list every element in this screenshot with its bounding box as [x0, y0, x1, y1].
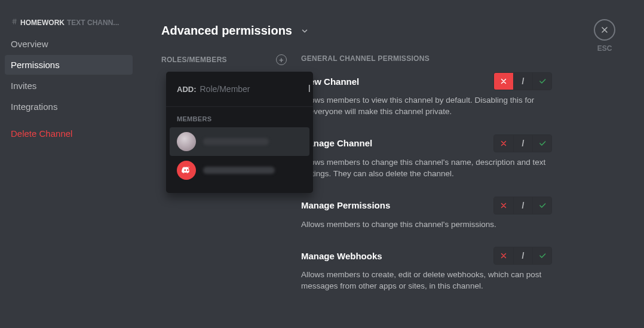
member-row[interactable] — [170, 127, 309, 156]
breadcrumb: HOMEWORK TEXT CHANN... — [5, 18, 133, 34]
permission-deny-button[interactable] — [494, 73, 513, 90]
member-name — [203, 138, 269, 145]
breadcrumb-channel-name: HOMEWORK — [20, 19, 65, 27]
page-title-row: Advanced permissions — [161, 24, 644, 38]
popover-add-label: ADD: — [177, 85, 197, 94]
avatar — [177, 132, 196, 151]
permission-description: Allows members to change this channel's … — [301, 157, 552, 180]
sidebar-item-integrations[interactable]: Integrations — [5, 97, 133, 117]
sidebar-item-delete-channel[interactable]: Delete Channel — [5, 124, 133, 143]
permission-allow-button[interactable] — [532, 73, 551, 90]
permission-deny-button[interactable] — [494, 135, 513, 152]
permission-description: Allows members to view this channel by d… — [301, 95, 552, 118]
sidebar-item-permissions[interactable]: Permissions — [5, 55, 133, 75]
close-button[interactable] — [594, 19, 615, 41]
permission-row: Manage Webhooks / Allows members to crea… — [301, 247, 552, 292]
permission-neutral-button[interactable]: / — [513, 135, 532, 152]
permission-description: Allows members to change this channel's … — [301, 219, 552, 231]
sidebar-item-overview[interactable]: Overview — [5, 34, 133, 54]
sidebar: HOMEWORK TEXT CHANN... Overview Permissi… — [0, 0, 137, 328]
permission-deny-button[interactable] — [494, 197, 513, 214]
chevron-down-icon[interactable] — [300, 27, 309, 35]
add-role-member-button[interactable]: + — [276, 54, 287, 65]
roles-members-header: ROLES/MEMBERS + — [161, 54, 287, 65]
breadcrumb-channel-type: TEXT CHANN... — [67, 19, 119, 27]
permission-allow-button[interactable] — [532, 135, 551, 152]
close-label: ESC — [597, 44, 612, 53]
hash-icon — [11, 18, 18, 27]
member-name — [203, 167, 275, 174]
permission-allow-button[interactable] — [532, 197, 551, 214]
member-row[interactable] — [170, 156, 309, 185]
permission-row: Manage Channel / Allows members to chang… — [301, 134, 552, 180]
app-container: HOMEWORK TEXT CHANN... Overview Permissi… — [0, 0, 644, 328]
permission-toggle: / — [493, 247, 552, 265]
permission-row: Manage Permissions / Allows members to c… — [301, 197, 552, 231]
permission-deny-button[interactable] — [494, 247, 513, 264]
permission-toggle: / — [493, 197, 552, 214]
popover-search-input[interactable] — [200, 84, 305, 94]
avatar — [177, 161, 196, 180]
permission-neutral-button[interactable]: / — [513, 197, 532, 214]
permission-neutral-button[interactable]: / — [513, 73, 532, 90]
permissions-column: GENERAL CHANNEL PERMISSIONS View Channel… — [301, 54, 552, 309]
sidebar-item-invites[interactable]: Invites — [5, 76, 133, 96]
permissions-section-header: GENERAL CHANNEL PERMISSIONS — [301, 54, 552, 63]
permission-row: View Channel / Allows members to view th… — [301, 72, 552, 118]
add-role-member-popover: ADD: I MEMBERS — [166, 72, 313, 193]
permission-name: Manage Permissions — [301, 200, 390, 210]
discord-icon — [181, 165, 192, 176]
text-cursor-icon: I — [308, 84, 311, 94]
permission-neutral-button[interactable]: / — [513, 247, 532, 264]
roles-members-label: ROLES/MEMBERS — [161, 56, 227, 64]
permission-toggle: / — [493, 72, 552, 90]
close-button-wrap: ESC — [594, 19, 615, 53]
popover-members-label: MEMBERS — [166, 107, 313, 127]
close-icon — [600, 25, 609, 35]
popover-search-row: ADD: I — [166, 72, 313, 107]
page-title: Advanced permissions — [161, 24, 292, 38]
permission-description: Allows members to create, edit or delete… — [301, 269, 552, 292]
permission-allow-button[interactable] — [532, 247, 551, 264]
permission-toggle: / — [493, 134, 552, 152]
permission-name: Manage Webhooks — [301, 251, 382, 261]
